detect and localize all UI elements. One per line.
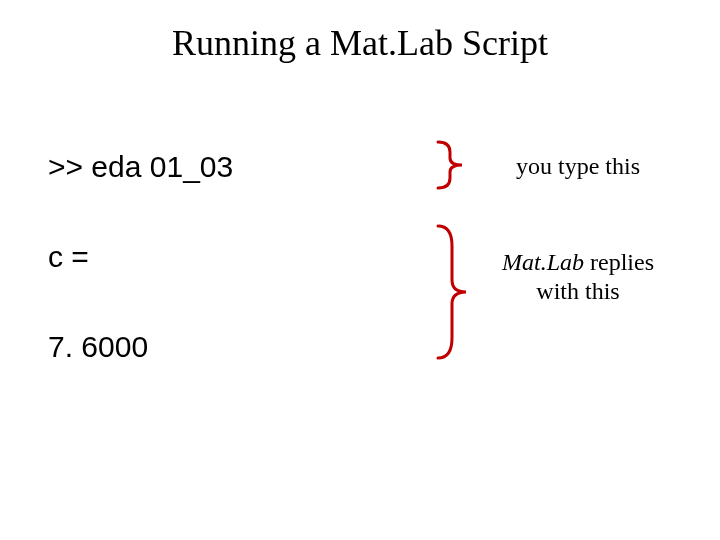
console-output-value: 7. 6000: [48, 330, 148, 364]
slide: Running a Mat.Lab Script >> eda 01_03 c …: [0, 0, 720, 540]
console-input: >> eda 01_03: [48, 150, 233, 184]
slide-title: Running a Mat.Lab Script: [0, 22, 720, 64]
annotation-matlab-replies: Mat.Lab replies with this: [498, 248, 658, 306]
console-output-var: c =: [48, 240, 89, 274]
brace-input-icon: [428, 140, 478, 190]
annotation-you-type: you type this: [498, 152, 658, 181]
annotation-with-this: with this: [536, 278, 619, 304]
annotation-matlab-word: Mat.Lab: [502, 249, 584, 275]
brace-output-icon: [428, 222, 478, 362]
annotation-replies-rest: replies: [584, 249, 654, 275]
